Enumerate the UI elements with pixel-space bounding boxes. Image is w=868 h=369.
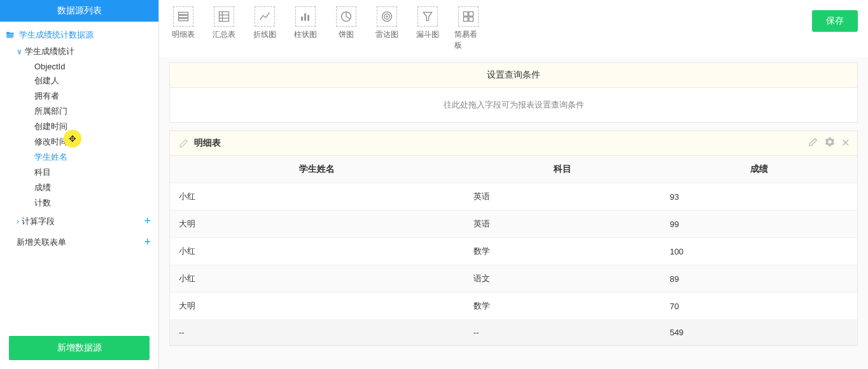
table-cell: 100 [661,238,857,265]
detail-panel-title: 明细表 [194,137,221,149]
table-cell: 英语 [465,211,661,238]
svg-rect-3 [220,12,229,22]
table-cell: 数学 [465,293,661,320]
chart-type-label: 明细表 [172,29,195,40]
chart-type-label: 饼图 [339,29,354,40]
svg-point-13 [386,16,388,17]
svg-rect-14 [464,12,468,17]
edit-icon[interactable] [179,138,189,148]
chevron-down-icon: ∨ [17,47,22,56]
chart-type-detail-table[interactable]: 明细表 [169,6,197,51]
table-row[interactable]: 大明数学70 [170,293,857,320]
sidebar-title: 数据源列表 [0,0,158,22]
chart-type-radar-chart[interactable]: 雷达图 [373,6,401,51]
table-cell: 小红 [170,183,465,211]
table-cell: 数学 [465,238,661,265]
tree-field-item[interactable]: 所属部门 [0,104,158,119]
chart-type-summary-table[interactable]: 汇总表 [210,6,238,51]
table-cell: 小红 [170,238,465,265]
query-conditions-panel: 设置查询条件 往此处拖入字段可为报表设置查询条件 [169,62,858,123]
tree-calc-fields[interactable]: › 计算字段 + [0,211,158,232]
svg-rect-9 [307,15,309,21]
tree-node-label: 学生成绩统计 [25,46,74,57]
table-row[interactable]: 小红语文89 [170,265,857,293]
table-row[interactable]: 小红数学100 [170,238,857,265]
close-icon[interactable]: ✕ [841,137,850,150]
chart-type-label: 漏斗图 [416,29,439,40]
table-row[interactable]: 小红英语93 [170,183,857,211]
plus-icon[interactable]: + [144,214,151,228]
table-column-header[interactable]: 成绩 [661,156,857,183]
chevron-right-icon: › [17,217,19,226]
table-row[interactable]: 大明英语99 [170,211,857,238]
tree-field-item[interactable]: 创建时间 [0,119,158,134]
tree-field-item[interactable]: 科目 [0,165,158,180]
funnel-chart-icon [417,6,438,27]
datasource-tree: 学生成绩统计数据源 ∨ 学生成绩统计 ObjectId创建人拥有者所属部门创建时… [0,22,158,327]
line-chart-icon [255,6,275,27]
query-panel-title: 设置查询条件 [170,63,857,88]
table-cell: 99 [661,211,857,238]
radar-chart-icon [377,6,397,27]
table-column-header[interactable]: 学生姓名 [170,156,465,183]
table-column-header[interactable]: 科目 [465,156,661,183]
tree-field-item[interactable]: 成绩 [0,180,158,195]
chart-type-label: 折线图 [253,29,276,40]
tree-field-item[interactable]: 学生姓名 [0,150,158,165]
add-datasource-button[interactable]: 新增数据源 [9,336,150,360]
detail-table: 学生姓名科目成绩 小红英语93大明英语99小红数学100小红语文89大明数学70… [170,156,857,345]
main-area: 明细表汇总表折线图柱状图饼图雷达图漏斗图简易看板 保存 设置查询条件 往此处拖入… [159,0,868,369]
tree-field-item[interactable]: 计数 [0,195,158,211]
drag-cursor-highlight: ✥ [64,130,81,148]
table-cell: 93 [661,183,857,211]
chart-type-line-chart[interactable]: 折线图 [251,6,279,51]
save-button[interactable]: 保存 [812,10,858,32]
edit-action-icon[interactable] [808,137,818,150]
table-row[interactable]: ----549 [170,320,857,345]
svg-rect-15 [469,12,473,17]
pie-chart-icon [336,6,356,27]
bar-chart-icon [295,6,316,27]
svg-rect-8 [304,13,306,21]
chart-type-label: 简易看板 [454,29,482,51]
folder-open-icon [5,31,15,39]
chart-type-label: 柱状图 [294,29,317,40]
tree-addform-label: 新增关联表单 [17,237,66,248]
table-cell: 70 [661,293,857,320]
chart-type-dashboard[interactable]: 简易看板 [454,6,482,51]
dashboard-icon [458,6,479,27]
table-cell: 语文 [465,265,661,293]
chart-type-label: 汇总表 [213,29,235,40]
table-cell: -- [465,320,661,345]
move-icon: ✥ [69,134,76,144]
svg-rect-0 [179,12,188,14]
tree-root[interactable]: 学生成绩统计数据源 [0,27,158,43]
tree-field-item[interactable]: 创建人 [0,73,158,88]
chart-type-bar-chart[interactable]: 柱状图 [291,6,319,51]
tree-field-item[interactable]: 拥有者 [0,88,158,104]
svg-rect-17 [469,17,473,22]
svg-rect-7 [301,17,303,21]
detail-table-panel: 明细表 ✕ 学生姓名科目成绩 小红英语93大明英语99小红数学100小红语文89… [169,130,858,346]
svg-rect-16 [464,17,468,22]
chart-type-pie-chart[interactable]: 饼图 [332,6,360,51]
plus-icon[interactable]: + [144,235,151,249]
sidebar: 数据源列表 学生成绩统计数据源 ∨ 学生成绩统计 ObjectId创建人拥有者所… [0,0,159,369]
chart-type-label: 雷达图 [375,29,398,40]
table-cell: 大明 [170,293,465,320]
tree-root-label: 学生成绩统计数据源 [19,29,94,41]
tree-node-stats[interactable]: ∨ 学生成绩统计 [0,43,158,60]
summary-table-icon [214,6,234,27]
tree-calc-label: 计算字段 [22,216,55,227]
detail-table-icon [173,6,193,27]
table-cell: 89 [661,265,857,293]
query-drop-zone[interactable]: 往此处拖入字段可为报表设置查询条件 [170,88,857,122]
chart-type-funnel-chart[interactable]: 漏斗图 [414,6,442,51]
table-cell: 大明 [170,211,465,238]
tree-field-item[interactable]: ObjectId [0,60,158,73]
table-cell: 小红 [170,265,465,293]
table-cell: 549 [661,320,857,345]
gear-icon[interactable] [825,137,835,150]
tree-add-related-form[interactable]: 新增关联表单 + [0,232,158,253]
toolbar: 明细表汇总表折线图柱状图饼图雷达图漏斗图简易看板 保存 [159,0,868,57]
